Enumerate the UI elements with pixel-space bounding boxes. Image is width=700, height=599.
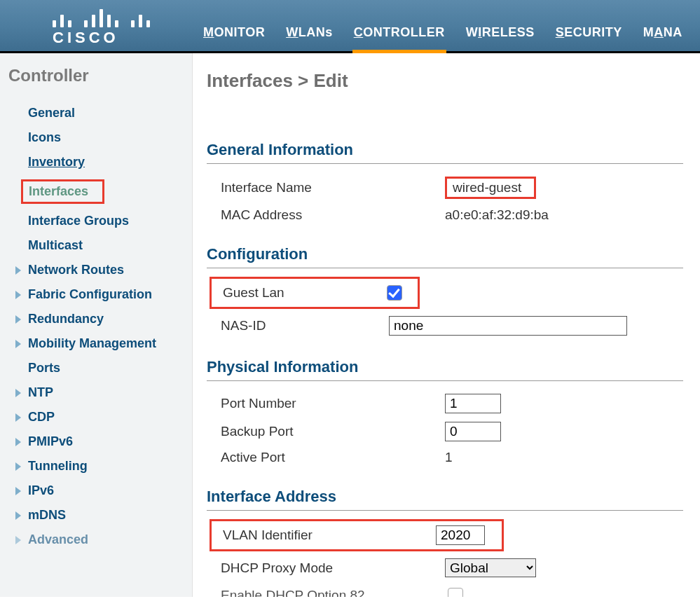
section-divider: [207, 510, 683, 511]
label-interface-name: Interface Name: [221, 180, 445, 195]
checkbox-dhcp-option-82[interactable]: [448, 588, 463, 597]
input-nas-id[interactable]: [389, 316, 627, 336]
sidebar-item-label: mDNS: [28, 508, 66, 522]
row-vlan-identifier: VLAN Identifier: [210, 519, 504, 551]
sidebar-item-inventory[interactable]: Inventory: [7, 150, 192, 174]
label-dhcp-proxy-mode: DHCP Proxy Mode: [221, 560, 445, 576]
sidebar-item-ports[interactable]: Ports: [7, 356, 192, 380]
label-vlan-identifier: VLAN Identifier: [223, 528, 436, 543]
input-port-number[interactable]: [445, 394, 501, 413]
nav-security[interactable]: SECURITY: [556, 25, 622, 44]
input-vlan-identifier[interactable]: [436, 525, 485, 545]
top-nav: MONITOR WLANs CONTROLLER WIRELESS SECURI…: [203, 25, 682, 44]
select-dhcp-proxy-mode[interactable]: Global: [445, 558, 536, 577]
sidebar-title: Controller: [8, 66, 192, 85]
sidebar-item-label: Mobility Management: [28, 336, 156, 350]
sidebar-item-fabric-configuration[interactable]: Fabric Configuration: [7, 282, 192, 307]
nav-controller[interactable]: CONTROLLER: [354, 25, 445, 44]
label-dhcp-option-82: Enable DHCP Option 82: [221, 588, 445, 597]
sidebar-item-label: PMIPv6: [28, 434, 73, 448]
input-backup-port[interactable]: [445, 422, 501, 441]
row-backup-port: Backup Port: [207, 418, 700, 446]
sidebar-item-label: Advanced: [28, 532, 88, 546]
nav-management[interactable]: MANA: [643, 25, 682, 44]
checkbox-guest-lan[interactable]: [387, 285, 402, 301]
label-active-port: Active Port: [221, 450, 445, 465]
value-interface-name: wired-guest: [445, 177, 536, 199]
sidebar-item-label: General: [28, 106, 75, 120]
sidebar-item-ipv6[interactable]: IPv6: [7, 478, 192, 503]
row-port-number: Port Number: [207, 390, 700, 418]
label-backup-port: Backup Port: [221, 424, 445, 439]
sidebar-item-network-routes[interactable]: Network Routes: [7, 258, 192, 282]
sidebar-item-pmipv6[interactable]: PMIPv6: [7, 429, 192, 454]
nav-monitor[interactable]: MONITOR: [203, 25, 265, 44]
row-guest-lan: Guest Lan: [210, 277, 420, 309]
section-divider: [207, 268, 683, 268]
sidebar-item-redundancy[interactable]: Redundancy: [7, 307, 192, 331]
sidebar-item-ntp[interactable]: NTP: [7, 380, 192, 405]
page-title: Interfaces > Edit: [207, 70, 700, 92]
sidebar-item-label: CDP: [28, 410, 55, 424]
sidebar-item-interface-groups[interactable]: Interface Groups: [7, 209, 192, 233]
nav-wireless[interactable]: WIRELESS: [466, 25, 535, 44]
section-divider: [207, 380, 683, 381]
cisco-logo: CISCO: [53, 9, 150, 47]
label-guest-lan: Guest Lan: [223, 285, 384, 301]
sidebar: Controller General Icons Inventory Inter…: [0, 53, 193, 597]
section-title-configuration: Configuration: [207, 245, 700, 263]
sidebar-item-label: Network Routes: [28, 263, 124, 277]
sidebar-item-tunneling[interactable]: Tunneling: [7, 454, 192, 478]
row-mac-address: MAC Address a0:e0:af:32:d9:ba: [207, 203, 700, 227]
app-header: CISCO MONITOR WLANs CONTROLLER WIRELESS …: [0, 0, 700, 53]
label-nas-id: NAS-ID: [221, 318, 389, 333]
cisco-logo-bars-icon: [53, 9, 150, 27]
section-divider: [207, 163, 683, 164]
row-interface-name: Interface Name wired-guest: [207, 172, 700, 203]
row-dhcp-proxy-mode: DHCP Proxy Mode Global: [207, 554, 700, 581]
sidebar-item-advanced[interactable]: Advanced: [7, 528, 192, 552]
sidebar-item-label: Interfaces: [21, 179, 104, 204]
section-title-physical: Physical Information: [207, 358, 700, 376]
sidebar-item-cdp[interactable]: CDP: [7, 405, 192, 429]
row-active-port: Active Port 1: [207, 446, 700, 469]
cisco-logo-text: CISCO: [53, 29, 150, 47]
label-port-number: Port Number: [221, 396, 445, 411]
sidebar-item-label: Redundancy: [28, 312, 104, 326]
main-content: Interfaces > Edit General Information In…: [193, 53, 700, 597]
row-nas-id: NAS-ID: [207, 312, 700, 340]
nav-wlans[interactable]: WLANs: [286, 25, 333, 44]
sidebar-item-label: Multicast: [28, 238, 83, 252]
sidebar-item-label: Fabric Configuration: [28, 287, 152, 301]
sidebar-item-label: Inventory: [28, 155, 85, 169]
sidebar-item-multicast[interactable]: Multicast: [7, 233, 192, 258]
value-mac-address: a0:e0:af:32:d9:ba: [445, 207, 549, 223]
label-mac-address: MAC Address: [221, 207, 445, 223]
sidebar-item-mobility-management[interactable]: Mobility Management: [7, 331, 192, 356]
sidebar-item-label: Icons: [28, 130, 61, 144]
sidebar-item-mdns[interactable]: mDNS: [7, 503, 192, 528]
sidebar-item-interfaces[interactable]: Interfaces: [7, 174, 192, 209]
section-title-interface-address: Interface Address: [207, 488, 700, 506]
sidebar-item-general[interactable]: General: [7, 101, 192, 125]
section-title-general: General Information: [207, 141, 700, 159]
sidebar-item-label: Ports: [28, 361, 60, 375]
row-dhcp-option-82: Enable DHCP Option 82: [207, 581, 700, 597]
sidebar-item-label: IPv6: [28, 483, 54, 497]
value-active-port: 1: [445, 450, 453, 465]
sidebar-item-label: Interface Groups: [28, 214, 129, 228]
sidebar-item-icons[interactable]: Icons: [7, 125, 192, 150]
sidebar-item-label: Tunneling: [28, 459, 88, 473]
sidebar-item-label: NTP: [28, 385, 53, 399]
